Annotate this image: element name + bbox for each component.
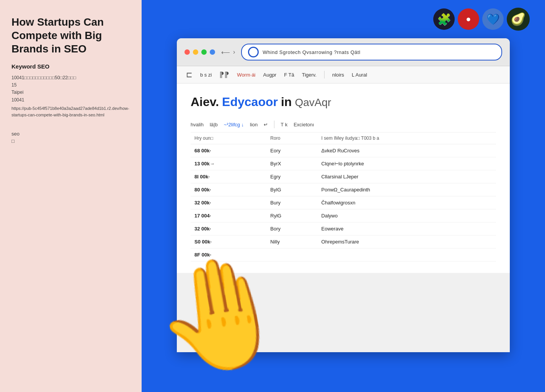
table-cell-col2: Eory xyxy=(266,144,317,157)
browser-wrapper: ⟵ › Whind Sgrotech Qvsarrowing ?rnats Qä… xyxy=(177,38,510,352)
main-area: 🧩 ● 💙 🥑 ⟵ › xyxy=(142,0,545,392)
toolbar-ta: F Tā xyxy=(284,72,294,78)
table-cell-vol: 8F 00k· xyxy=(191,248,266,261)
browser-content: Aiev. Edycaoor in QavAqr hvalih lä|b ~¹2… xyxy=(177,83,510,273)
icon-puzzle[interactable]: 🧩 xyxy=(433,8,455,30)
table-cell-vol: S0 00k· xyxy=(191,235,266,248)
table-cell-col3: Čhalfowigrosxn xyxy=(318,196,496,209)
toolbar-divider xyxy=(324,71,325,78)
table-cell-vol: 13 00k→ xyxy=(191,157,266,170)
heading-part2: Edycaoor xyxy=(222,95,278,109)
tag-seo: seo xyxy=(11,131,130,137)
table-cell-col3: PonwΩ_Caurapedinth xyxy=(318,183,496,196)
address-text: Whind Sgrotech Qvsarrowing ?rnats Qätl xyxy=(263,49,360,55)
table-cell-vol: 68 00k· xyxy=(191,144,266,157)
icon-blue[interactable]: 💙 xyxy=(482,8,504,30)
browser-window: ⟵ › Whind Sgrotech Qvsarrowing ?rnats Qä… xyxy=(177,38,510,352)
top-icons-row: 🧩 ● 💙 🥑 xyxy=(142,8,545,31)
heading-part1: Aiev. xyxy=(191,95,219,109)
toolbar-icon-2: ⁋⁋ xyxy=(219,70,229,79)
toolbar-nloirs: nloirs xyxy=(332,72,344,78)
minimize-button[interactable] xyxy=(193,49,198,55)
browser-chrome: ⟵ › Whind Sgrotech Qvsarrowing ?rnats Qä… xyxy=(177,38,510,66)
close-button[interactable] xyxy=(184,49,190,55)
data-table: Hry oun□ Roro I sem IMey iludya□ T003 b … xyxy=(191,132,496,261)
meta-line-2: 15 xyxy=(11,82,130,89)
table-cell-col3 xyxy=(318,248,496,261)
nav-controls: ⟵ › xyxy=(221,49,235,56)
sub-toolbar: hvalih lä|b ~¹2lifcg ↓ lion ↵ T k Exciet… xyxy=(191,117,496,132)
heading-part3: in xyxy=(281,95,292,109)
traffic-lights xyxy=(184,49,215,55)
col-header-1: Hry oun□ xyxy=(191,132,266,144)
table-cell-col2: Nilly xyxy=(266,235,317,248)
table-cell-vol: 32 00k· xyxy=(191,222,266,235)
meta-line-4: 10041 xyxy=(11,96,130,104)
col-header-3: I sem IMey iludya□ T003 b a xyxy=(318,132,496,144)
subtoolbar-lion[interactable]: lion xyxy=(250,122,258,127)
table-cell-vol: 8I 00k· xyxy=(191,170,266,183)
meta-line-1: 10041□□□□□□□□□□□50□22□□□ xyxy=(11,74,130,82)
table-cell-vol: 17 004· xyxy=(191,209,266,222)
subtoolbar-lb[interactable]: lä|b xyxy=(210,122,218,127)
table-row: 8I 00k·EgryCllarsinal LJeper xyxy=(191,170,496,183)
table-cell-col2: Bury xyxy=(266,196,317,209)
table-row: 32 00k·BoryEowerave xyxy=(191,222,496,235)
sidebar-meta: 10041□□□□□□□□□□□50□22□□□ 15 Taipei 10041… xyxy=(11,74,130,119)
toolbar-icon-1: ⊏ xyxy=(186,70,193,79)
table-row: 80 00k·BylGPonwΩ_Caurapedinth xyxy=(191,183,496,196)
address-bar[interactable]: Whind Sgrotech Qvsarrowing ?rnats Qätl xyxy=(241,44,502,60)
subtoolbar-12lifcg[interactable]: ~¹2lifcg ↓ xyxy=(224,122,244,127)
table-cell-col2: Egry xyxy=(266,170,317,183)
extra-button[interactable] xyxy=(210,49,215,55)
table-row: 13 00k→ByrXClqne⊢lo ptolynrke xyxy=(191,157,496,170)
browser-toolbar: ⊏ b s zi ⁋⁋ Worm·ái Augpr F Tā Tigerv. n… xyxy=(177,66,510,83)
table-cell-col3: Cllarsinal LJeper xyxy=(318,170,496,183)
table-cell-col2: ByrX xyxy=(266,157,317,170)
icon-heart[interactable]: ● xyxy=(458,8,479,30)
table-row: 8F 00k· xyxy=(191,248,496,261)
icon-avocado[interactable]: 🥑 xyxy=(507,8,530,31)
subtoolbar-hvalih[interactable]: hvalih xyxy=(191,122,204,127)
meta-url: https://pub-5c454f571b8e40a3a2aad27ade84… xyxy=(11,105,130,119)
table-row: 32 00k·BuryČhalfowigrosxn xyxy=(191,196,496,209)
table-cell-col2: RylG xyxy=(266,209,317,222)
maximize-button[interactable] xyxy=(201,49,207,55)
table-cell-vol: 80 00k· xyxy=(191,183,266,196)
toolbar-tiger: Tigerv. xyxy=(302,72,317,78)
article-title: How Startups Can Compete with Big Brands… xyxy=(11,15,130,56)
toolbar-aural: L Aural xyxy=(352,72,367,78)
subtoolbar-arrow[interactable]: ↵ xyxy=(264,122,268,127)
keyword-label: Keyword SEO xyxy=(11,63,130,70)
table-cell-col3: Eowerave xyxy=(318,222,496,235)
tag-2: □ xyxy=(11,138,130,144)
table-cell-vol: 32 00k· xyxy=(191,196,266,209)
table-cell-col3: Dalywo xyxy=(318,209,496,222)
table-row: S0 00k·NillyOhrepemsTurare xyxy=(191,235,496,248)
table-cell-col2: BylG xyxy=(266,183,317,196)
subtoolbar-tk[interactable]: T k xyxy=(281,122,287,127)
toolbar-worm: Worm·ái xyxy=(237,72,255,78)
sidebar-tags: seo □ xyxy=(11,131,130,144)
heading-subtitle: QavAqr xyxy=(295,96,331,109)
toolbar-item-1: b s zi xyxy=(200,72,212,78)
table-row: 68 00k·EoryΔvkeD RuCroves xyxy=(191,144,496,157)
page-heading: Aiev. Edycaoor in QavAqr xyxy=(191,95,496,109)
col-header-2: Roro xyxy=(266,132,317,144)
table-cell-col3: OhrepemsTurare xyxy=(318,235,496,248)
meta-line-3: Taipei xyxy=(11,89,130,96)
table-cell-col3: Clqne⊢lo ptolynrke xyxy=(318,157,496,170)
table-cell-col2 xyxy=(266,248,317,261)
subtoolbar-exc[interactable]: Excietonı xyxy=(294,122,314,127)
toolbar-augpr: Augpr xyxy=(263,72,277,78)
nav-back[interactable]: ⟵ xyxy=(221,49,230,56)
table-cell-col2: Bory xyxy=(266,222,317,235)
nav-forward[interactable]: › xyxy=(233,49,235,56)
page-title-area: Aiev. Edycaoor in QavAqr xyxy=(191,95,496,109)
table-row: 17 004·RylGDalywo xyxy=(191,209,496,222)
table-cell-col3: ΔvkeD RuCroves xyxy=(318,144,496,157)
browser-icon xyxy=(248,47,259,57)
subtoolbar-divider xyxy=(274,121,274,128)
sidebar: How Startups Can Compete with Big Brands… xyxy=(0,0,142,392)
